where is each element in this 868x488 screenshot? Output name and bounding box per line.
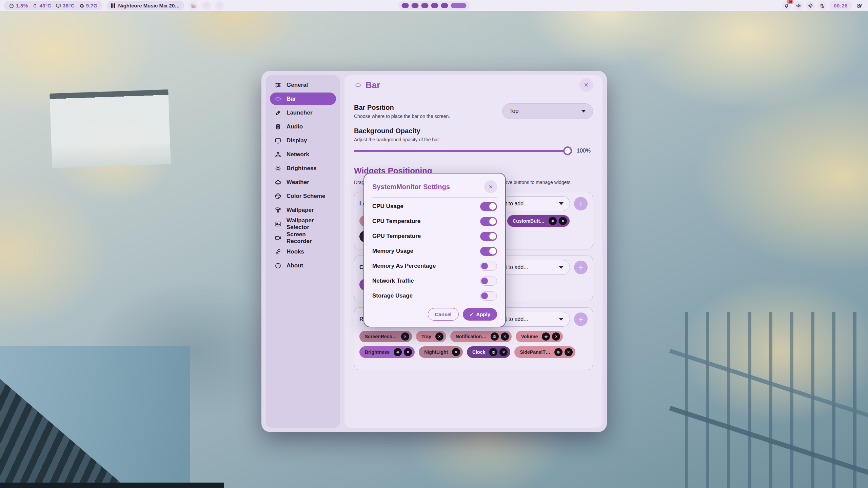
widget-remove-button[interactable]: ×	[401, 332, 409, 341]
workspace-dot-2[interactable]	[412, 3, 419, 8]
favorite-button-2[interactable]: ♡	[215, 1, 224, 10]
widget-chip[interactable]: ScreenReco… ×	[359, 331, 412, 342]
workspace-dot-5[interactable]	[441, 3, 448, 8]
widget-settings-button[interactable]	[549, 217, 557, 225]
opacity-slider-knob[interactable]	[563, 146, 572, 155]
widget-remove-button[interactable]: ×	[565, 348, 573, 356]
sidebar-item-general[interactable]: General	[270, 78, 336, 92]
widget-chip-label: Tray	[421, 334, 431, 339]
sidebar-label: Launcher	[287, 109, 313, 116]
volume-button[interactable]	[794, 1, 803, 10]
widget-chip-label: ScreenReco…	[365, 334, 397, 339]
widget-chip[interactable]: NightLight ×	[419, 346, 463, 358]
modal-close-button[interactable]: ×	[484, 180, 497, 193]
system-stats-pill: 1.8% 43°C 38°C 9.7G	[4, 1, 102, 10]
brightness-button[interactable]	[806, 1, 815, 10]
apply-label: Apply	[476, 311, 490, 317]
widget-remove-button[interactable]: ×	[452, 348, 460, 356]
toggle-storage-usage[interactable]	[480, 291, 497, 301]
widget-settings-button[interactable]	[491, 332, 499, 341]
overview-button[interactable]	[855, 1, 864, 10]
center-add-widget-button[interactable]: +	[574, 261, 588, 274]
toggle-gpu-temperature[interactable]	[480, 232, 497, 241]
night-light-button[interactable]	[817, 1, 827, 10]
opacity-slider[interactable]	[354, 150, 571, 152]
workspace-dot-4[interactable]	[431, 3, 438, 8]
apply-button[interactable]: ✓Apply	[463, 308, 497, 321]
media-player-pill[interactable]: Nightcore Music Mix 20…	[106, 1, 185, 10]
sidebar-item-about[interactable]: About	[270, 259, 336, 272]
workspace-dot-1[interactable]	[402, 3, 409, 8]
widget-settings-button[interactable]	[542, 332, 550, 341]
toggle-cpu-temperature[interactable]	[480, 217, 497, 226]
sidebar-label: Audio	[287, 123, 303, 130]
favorite-button-1[interactable]: ♡	[202, 1, 211, 10]
clock-pill[interactable]: 00:28	[829, 1, 852, 10]
widget-chip[interactable]: CustomButt… ×	[507, 215, 570, 227]
gauge-icon	[9, 3, 14, 8]
sidebar-item-hooks[interactable]: Hooks	[270, 245, 336, 259]
display-icon	[56, 3, 61, 8]
widget-remove-button[interactable]: ×	[501, 332, 509, 341]
opacity-slider-fill	[354, 150, 571, 152]
bar-position-dropdown[interactable]: Top	[502, 103, 593, 119]
sidebar-item-screen-recorder[interactable]: Screen Recorder	[270, 231, 336, 245]
widget-remove-button[interactable]: ×	[559, 217, 567, 225]
sidebar-item-wallpaper-selector[interactable]: Wallpaper Selector	[270, 217, 336, 231]
sidebar-item-launcher[interactable]: Launcher	[270, 106, 336, 120]
widget-chip[interactable]: Notification… ×	[450, 331, 512, 342]
pause-icon[interactable]	[111, 3, 115, 8]
close-icon: ×	[438, 334, 441, 339]
pet-widget-button[interactable]	[189, 1, 198, 10]
memory-value: 9.7G	[86, 3, 98, 8]
toggle-label-gpu-temperature: GPU Temperature	[372, 233, 421, 240]
widget-remove-button[interactable]: ×	[435, 332, 443, 341]
widget-chip[interactable]: Clock ×	[467, 346, 510, 358]
widget-chip[interactable]: Brightness ×	[359, 346, 415, 358]
widget-chip[interactable]: Tray ×	[416, 331, 446, 342]
toggle-cpu-usage[interactable]	[480, 202, 497, 211]
gear-icon	[492, 334, 497, 339]
close-icon: ×	[489, 183, 493, 191]
memory-stat: 9.7G	[79, 3, 98, 8]
workspace-active[interactable]	[451, 3, 467, 8]
notifications-button[interactable]: 10	[782, 1, 791, 10]
toggle-network-traffic[interactable]	[480, 277, 497, 286]
cancel-button[interactable]: Cancel	[428, 308, 459, 321]
modal-title: SystemMonitor Settings	[372, 183, 450, 191]
sidebar-item-bar[interactable]: Bar	[270, 93, 336, 105]
sidebar-item-weather[interactable]: Weather	[270, 175, 336, 189]
sidebar-label: About	[287, 262, 303, 269]
widget-remove-button[interactable]: ×	[404, 348, 412, 356]
widget-remove-button[interactable]: ×	[499, 348, 508, 356]
workspace-dot-3[interactable]	[421, 3, 429, 8]
flame-icon	[32, 3, 38, 8]
info-icon	[275, 262, 281, 269]
top-bar: 1.8% 43°C 38°C 9.7G Nightcore Music Mix …	[0, 0, 868, 11]
sidebar-item-color-scheme[interactable]: Color Scheme	[270, 189, 336, 203]
gear-icon	[556, 350, 560, 354]
sidebar-item-network[interactable]: Network	[270, 147, 336, 161]
widget-chip[interactable]: SidePanelT… ×	[514, 346, 575, 358]
widget-settings-button[interactable]	[489, 348, 497, 356]
gear-icon	[396, 350, 400, 354]
toggle-memory-usage[interactable]	[480, 247, 497, 256]
widget-settings-button[interactable]	[394, 348, 402, 356]
sidebar-item-brightness[interactable]: Brightness	[270, 161, 336, 175]
left-add-widget-button[interactable]: +	[574, 197, 588, 210]
sliders-icon	[275, 82, 281, 88]
widget-settings-button[interactable]	[554, 348, 563, 356]
sidebar-item-audio[interactable]: Audio	[270, 120, 336, 134]
plus-icon: +	[578, 314, 583, 325]
right-add-widget-button[interactable]: +	[574, 312, 588, 326]
sidebar-item-display[interactable]: Display	[270, 134, 336, 147]
header-divider	[344, 95, 603, 95]
sidebar-item-wallpaper[interactable]: Wallpaper	[270, 203, 336, 217]
window-close-button[interactable]: ×	[579, 78, 593, 92]
toggle-memory-as-percentage[interactable]	[480, 262, 497, 271]
widget-chip[interactable]: Volume ×	[516, 331, 563, 342]
widget-remove-button[interactable]: ×	[552, 332, 560, 341]
modal-divider	[372, 197, 497, 198]
background-opacity-description: Adjust the background opacity of the bar…	[354, 137, 593, 142]
settings-sidebar: General Bar Launcher Audio Display Netwo…	[266, 75, 340, 428]
